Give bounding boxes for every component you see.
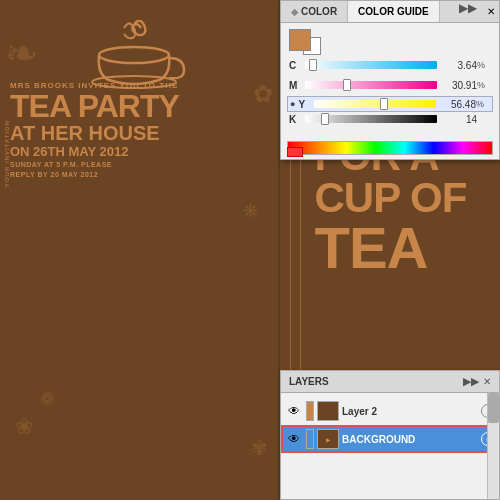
- floral-decor-5: ❁: [40, 388, 55, 410]
- black-slider[interactable]: [305, 115, 437, 123]
- layer2-visibility-toggle[interactable]: 👁: [285, 402, 303, 420]
- tea-party-title: TEA PARTY: [10, 91, 260, 121]
- magenta-unit: %: [477, 80, 491, 90]
- yellow-row: ● Y 56.48 %: [287, 96, 493, 112]
- foreground-color-box[interactable]: [289, 29, 311, 51]
- black-thumb[interactable]: [321, 113, 329, 125]
- black-row: K 14: [289, 111, 491, 127]
- layers-body: 👁 Layer 2 👁 ▶ BACKGROUND ○: [281, 393, 499, 457]
- black-label: K: [289, 114, 301, 125]
- fg-bg-container: [289, 29, 311, 51]
- floral-decor-4: ✾: [251, 436, 268, 460]
- cyan-slider[interactable]: [305, 61, 437, 69]
- side-text-left: YOUR INVITATION: [4, 120, 10, 187]
- layer-row-2[interactable]: 👁 Layer 2: [281, 397, 499, 425]
- floral-decor-6: ❋: [243, 200, 258, 222]
- tab-color-label: COLOR: [301, 6, 337, 17]
- cyan-value: 3.64: [441, 60, 477, 71]
- layer2-thumbnail: [317, 401, 339, 421]
- bg-layer-name: BACKGROUND: [342, 434, 478, 445]
- tea-party-line2: TEA PARTY: [10, 88, 179, 124]
- warning-indicator: [287, 147, 303, 157]
- panel-close-icon[interactable]: ✕: [483, 1, 499, 22]
- scrollbar-thumb[interactable]: [488, 393, 499, 423]
- yellow-unit: %: [476, 99, 490, 109]
- tea-party-text: MRS BROOKS INVITES YOU TO THE TEA PARTY …: [10, 80, 260, 180]
- magenta-row: M 30.91 %: [289, 77, 491, 93]
- layers-title: LAYERS: [289, 376, 459, 387]
- cyan-label: C: [289, 60, 301, 71]
- layer2-name: Layer 2: [342, 406, 478, 417]
- magenta-slider[interactable]: [305, 81, 437, 89]
- panel-menu-icon[interactable]: ▶▶: [453, 1, 483, 22]
- cyan-unit: %: [477, 60, 491, 70]
- layers-panel-header: LAYERS ▶▶ ✕: [281, 371, 499, 393]
- main-canvas: ❧ ✿ ❀ ✾ ❁ ❋ MRS BROOKS INVITES YOU TO TH…: [0, 0, 278, 500]
- black-value: 14: [441, 114, 477, 125]
- layers-close-icon[interactable]: ✕: [483, 376, 491, 387]
- eye-icon: ●: [290, 99, 295, 109]
- at-her-house-line: AT HER HOUSE: [10, 122, 260, 144]
- tab-color-guide-label: COLOR GUIDE: [358, 6, 429, 17]
- color-panel-header: ◆ COLOR COLOR GUIDE ▶▶ ✕: [281, 1, 499, 23]
- cyan-thumb[interactable]: [309, 59, 317, 71]
- date-line: ON 26TH MAY 2012: [10, 144, 260, 161]
- magenta-value: 30.91: [441, 80, 477, 91]
- tab-color-guide[interactable]: COLOR GUIDE: [348, 1, 440, 22]
- tab-color[interactable]: ◆ COLOR: [281, 1, 348, 22]
- bg-color-indicator: [306, 429, 314, 449]
- bg-thumbnail: ▶: [317, 429, 339, 449]
- join-line4: TEA: [314, 219, 475, 277]
- color-panel-body: C 3.64 % M 30.91 % ● Y 56.48 %: [281, 23, 499, 137]
- magenta-thumb[interactable]: [343, 79, 351, 91]
- yellow-label: Y: [298, 99, 310, 110]
- cyan-row: C 3.64 %: [289, 57, 491, 73]
- color-panel: ◆ COLOR COLOR GUIDE ▶▶ ✕ C 3.64 % M: [280, 0, 500, 160]
- svg-point-0: [99, 47, 169, 63]
- layer2-color-indicator: [306, 401, 314, 421]
- time-line: SUNDAY AT 5 P.M. PLEASE: [10, 160, 260, 170]
- yellow-value: 56.48: [440, 99, 476, 110]
- reply-line: REPLY BY 20 MAY 2012: [10, 170, 260, 180]
- floral-decor: ❧: [5, 30, 39, 76]
- color-spectrum[interactable]: [287, 141, 493, 155]
- floral-decor-3: ❀: [15, 414, 33, 440]
- yellow-thumb[interactable]: [380, 98, 388, 110]
- layers-panel: LAYERS ▶▶ ✕ 👁 Layer 2 👁 ▶ BACKGROUND ○: [280, 370, 500, 500]
- bg-visibility-toggle[interactable]: 👁: [285, 430, 303, 448]
- magenta-label: M: [289, 80, 301, 91]
- layers-menu-icon[interactable]: ▶▶: [463, 375, 479, 388]
- layers-scrollbar[interactable]: [487, 393, 499, 499]
- join-line3: CUP OF: [314, 177, 475, 219]
- yellow-slider[interactable]: [314, 100, 436, 108]
- layer-background-row[interactable]: 👁 ▶ BACKGROUND ○: [281, 425, 499, 453]
